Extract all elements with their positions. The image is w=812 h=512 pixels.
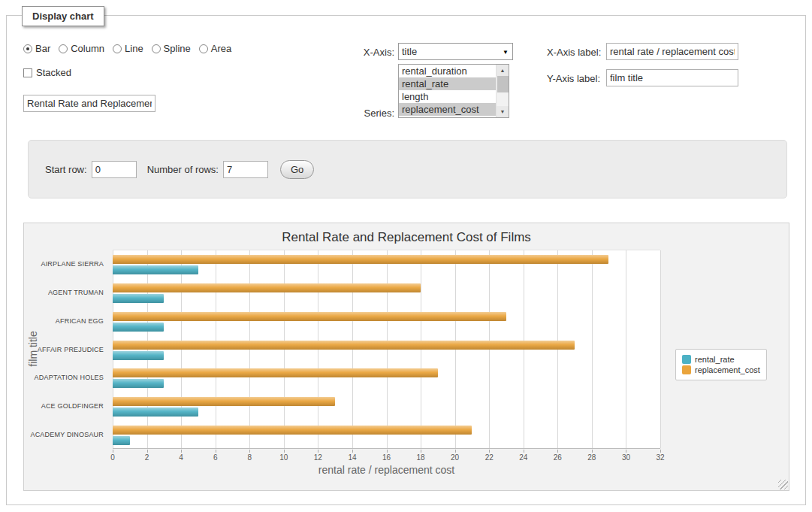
chart-title-input[interactable] — [23, 95, 155, 112]
tick-mark — [181, 450, 182, 453]
tick-mark — [660, 450, 661, 453]
x-tick-label: 12 — [314, 453, 322, 462]
bar-rental_rate — [113, 294, 164, 303]
bar-rental_rate — [113, 436, 130, 445]
number-of-rows-label: Number of rows: — [147, 164, 219, 175]
radio-label: Line — [125, 43, 143, 54]
chevron-down-icon: ▼ — [503, 49, 509, 56]
resize-handle-icon[interactable] — [778, 480, 788, 489]
tick-mark — [421, 450, 421, 453]
bar-replacement_cost — [113, 312, 506, 321]
legend-swatch — [682, 355, 691, 364]
series-option[interactable]: rental_rate — [399, 77, 496, 90]
x-axis-select-value: title — [402, 46, 417, 57]
x-tick-label: 2 — [145, 453, 149, 462]
row-controls-panel: Start row: Number of rows: Go — [28, 140, 787, 198]
series-listbox[interactable]: rental_duration rental_rate length repla… — [398, 64, 509, 118]
scroll-up-button[interactable]: ▲ — [497, 65, 509, 76]
arrow-down-icon: ▼ — [500, 109, 506, 114]
bar-replacement_cost — [113, 426, 472, 435]
radio-icon — [199, 44, 208, 53]
tick-mark — [284, 450, 285, 453]
y-axis-label-input[interactable] — [606, 69, 738, 86]
plot-area — [113, 250, 660, 449]
scrollbar-thumb[interactable] — [497, 76, 509, 92]
tick-mark — [249, 450, 250, 453]
start-row-input[interactable] — [92, 161, 137, 178]
series-option[interactable]: replacement_cost — [399, 103, 496, 116]
start-row-label: Start row: — [45, 164, 87, 175]
x-axis-select[interactable]: title ▼ — [398, 43, 513, 60]
x-tick-label: 26 — [554, 453, 562, 462]
x-axis-label-input[interactable] — [606, 43, 738, 60]
category-label: ACE GOLDFINGER — [41, 402, 104, 410]
bar-replacement_cost — [113, 397, 335, 406]
scroll-down-button[interactable]: ▼ — [497, 106, 509, 117]
chart-type-radio-bar[interactable]: Bar — [23, 43, 50, 54]
number-of-rows-input[interactable] — [223, 161, 268, 178]
tick-mark — [489, 450, 490, 453]
category-label: AFRICAN EGG — [56, 317, 104, 325]
x-axis-title: rental rate / replacement cost — [113, 464, 660, 476]
chart-type-radio-area[interactable]: Area — [199, 43, 231, 54]
chart-type-radio-spline[interactable]: Spline — [152, 43, 191, 54]
chart-type-radio-line[interactable]: Line — [113, 43, 143, 54]
x-tick-label: 10 — [279, 453, 288, 462]
tick-mark — [626, 450, 626, 453]
x-tick-label: 4 — [179, 453, 183, 462]
legend-label: replacement_cost — [695, 365, 760, 374]
x-tick-label: 0 — [110, 453, 115, 462]
x-tick-label: 22 — [485, 453, 494, 462]
chart-title: Rental Rate and Replacement Cost of Film… — [24, 230, 789, 245]
x-tick-label: 8 — [247, 453, 252, 462]
bar-rental_rate — [113, 379, 164, 388]
x-tick-label: 16 — [382, 453, 391, 462]
tick-mark — [147, 450, 148, 453]
fieldset-legend: Display chart — [22, 6, 104, 26]
x-tick-label: 6 — [213, 453, 218, 462]
series-option[interactable]: length — [399, 90, 496, 103]
tick-mark — [216, 450, 216, 453]
radio-icon — [113, 44, 122, 53]
tick-mark — [318, 450, 318, 453]
tick-mark — [524, 450, 524, 453]
radio-icon — [152, 44, 161, 53]
radio-label: Area — [211, 43, 231, 54]
arrow-up-icon: ▲ — [500, 68, 506, 73]
x-tick-label: 32 — [656, 453, 664, 462]
category-label: AIRPLANE SIERRA — [41, 260, 104, 268]
gridline — [592, 250, 593, 448]
bar-replacement_cost — [113, 283, 421, 292]
x-tick-label: 28 — [587, 453, 596, 462]
go-button[interactable]: Go — [280, 160, 314, 179]
legend-item-replacement_cost[interactable]: replacement_cost — [682, 365, 760, 374]
bar-replacement_cost — [113, 341, 575, 350]
chart-type-radio-group: Bar Column Line Spline Area — [23, 43, 231, 54]
x-tick-label: 14 — [348, 453, 356, 462]
tick-mark — [352, 450, 353, 453]
series-option[interactable]: rental_duration — [399, 65, 496, 77]
listbox-scrollbar[interactable]: ▲ ▼ — [496, 65, 509, 117]
chart-type-radio-column[interactable]: Column — [59, 43, 104, 54]
bar-replacement_cost — [113, 255, 608, 264]
chart-legend: rental_ratereplacement_cost — [675, 349, 767, 380]
tick-mark — [113, 450, 113, 453]
legend-item-rental_rate[interactable]: rental_rate — [682, 355, 760, 364]
series-listbox-label: Series: — [336, 108, 394, 119]
stacked-checkbox[interactable]: Stacked — [23, 67, 71, 78]
radio-icon — [23, 44, 32, 53]
x-tick-label: 18 — [417, 453, 425, 462]
bar-rental_rate — [113, 407, 198, 417]
gridline — [626, 250, 626, 448]
checkbox-label: Stacked — [36, 67, 71, 78]
chart-panel: Rental Rate and Replacement Cost of Film… — [23, 223, 789, 491]
tick-mark — [592, 450, 593, 453]
radio-label: Bar — [35, 43, 50, 54]
radio-label: Spline — [164, 43, 191, 54]
category-label: AFFAIR PREJUDICE — [38, 346, 104, 353]
bar-replacement_cost — [113, 368, 438, 377]
x-axis-label-label: X-Axis label: — [547, 47, 601, 58]
bar-rental_rate — [113, 265, 198, 274]
y-axis-label-label: Y-Axis label: — [547, 73, 600, 84]
category-label: ADAPTATION HOLES — [35, 374, 104, 381]
